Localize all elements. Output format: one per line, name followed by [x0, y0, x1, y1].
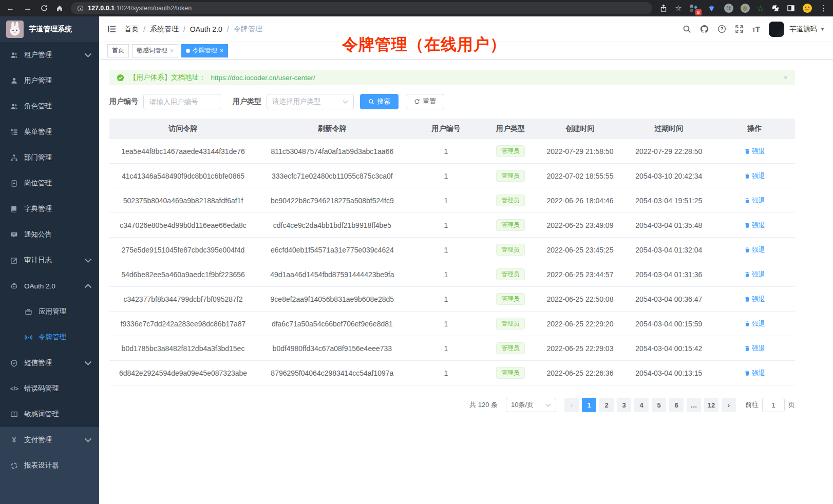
user-id-input[interactable] — [149, 98, 214, 106]
sidebar-item-oauth2[interactable]: OAuth 2.0 — [0, 273, 99, 299]
page-button-4[interactable]: 4 — [634, 398, 649, 412]
doc-alert: 【用户体系】文档地址： https://doc.iocoder.cn/user-… — [109, 70, 795, 85]
reset-button[interactable]: 重置 — [406, 94, 444, 109]
actions-cell: 强退 — [714, 221, 795, 230]
page-button-1[interactable]: 1 — [582, 398, 596, 412]
force-logout-button[interactable]: 强退 — [744, 369, 765, 378]
sidebar-fold-icon[interactable] — [107, 25, 116, 33]
force-logout-button[interactable]: 强退 — [744, 319, 765, 328]
breadcrumb-oauth[interactable]: OAuth 2.0 — [190, 25, 222, 33]
app-logo-rabbit — [6, 21, 24, 38]
sidebar-item-dept[interactable]: 部门管理 — [0, 145, 99, 170]
force-logout-button[interactable]: 强退 — [744, 221, 765, 230]
people-icon — [10, 51, 18, 59]
prev-page-button[interactable]: ‹ — [564, 398, 579, 412]
user-id-cell: 1 — [408, 147, 485, 156]
force-logout-button[interactable]: 强退 — [744, 171, 765, 181]
page-button-5[interactable]: 5 — [652, 398, 666, 412]
sidebar-item-post[interactable]: 岗位管理 — [0, 170, 99, 196]
close-icon[interactable]: × — [220, 48, 223, 54]
sidebar-item-user[interactable]: 用户管理 — [0, 68, 99, 93]
browser-forward-icon[interactable]: → — [23, 4, 33, 13]
browser-menu-icon[interactable]: ⋮ — [820, 4, 828, 13]
sidebar-item-menu[interactable]: 菜单管理 — [0, 119, 99, 145]
fullscreen-icon[interactable] — [735, 25, 744, 33]
bookmark-star-icon[interactable]: ☆ — [675, 4, 681, 13]
force-logout-button[interactable]: 强退 — [744, 245, 765, 255]
tab-home[interactable]: 首页 — [107, 44, 129, 57]
sidebar-item-audit-log[interactable]: 审计日志 — [0, 247, 99, 273]
split-view-icon[interactable] — [787, 4, 795, 12]
sidebar-item-oauth-token[interactable]: 令牌管理 — [0, 324, 99, 350]
page-button-3[interactable]: 3 — [617, 398, 631, 412]
github-icon[interactable] — [700, 25, 709, 33]
user-type-select[interactable]: 请选择用户类型 — [267, 94, 354, 109]
goto-page-input[interactable] — [762, 398, 785, 412]
search-form: 用户编号 用户类型 请选择用户类型 搜索 重置 — [109, 94, 795, 109]
user-menu-caret-icon[interactable]: ▾ — [821, 26, 824, 32]
search-icon[interactable] — [683, 25, 691, 33]
user-id-cell: 1 — [408, 197, 485, 205]
record-extension-icon[interactable] — [741, 4, 750, 13]
force-logout-button[interactable]: 强退 — [744, 147, 765, 156]
user-avatar[interactable] — [769, 22, 784, 37]
site-info-icon[interactable] — [77, 5, 84, 12]
sidebar-item-report-designer[interactable]: 报表设计器 — [0, 453, 99, 478]
page-button-6[interactable]: 6 — [669, 398, 684, 412]
force-logout-button[interactable]: 强退 — [744, 295, 765, 304]
puzzle-extensions-icon[interactable] — [771, 4, 780, 12]
app-logo-row[interactable]: 芋道管理系统 — [0, 16, 99, 42]
browser-refresh-icon[interactable] — [40, 4, 48, 12]
page-size-select[interactable]: 10条/页 — [506, 398, 556, 412]
sidebar-item-sensitive-word[interactable]: 敏感词管理 — [0, 401, 99, 427]
alert-close-icon[interactable]: × — [784, 73, 788, 82]
actions-cell: 强退 — [714, 245, 795, 255]
next-page-button[interactable]: › — [722, 398, 736, 412]
sidebar-item-dict[interactable]: 字典管理 — [0, 196, 99, 222]
table-row: b0d1785bc3a8482f812db4a3f3bd15ec b0df498… — [109, 336, 795, 361]
sidebar-lower-section: ¥ 支付管理 报表设计器 — [0, 427, 99, 504]
sidebar-item-sms[interactable]: 短信管理 — [0, 350, 99, 376]
access-token-cell: c347026e805e4d99b0d116eae66eda8c — [109, 221, 257, 229]
page-ellipsis[interactable]: … — [687, 398, 701, 412]
refresh-token-cell: 9ce8ef2aa9f14056b831ae9b608e28d5 — [257, 295, 408, 303]
create-time-cell: 2022-06-25 22:29:03 — [537, 344, 624, 353]
doc-link[interactable]: https://doc.iocoder.cn/user-center/ — [211, 74, 315, 82]
sidebar-item-tenant[interactable]: 租户管理 — [0, 42, 99, 68]
user-type-cell: 管理员 — [484, 244, 536, 256]
help-icon[interactable] — [717, 25, 726, 33]
breadcrumb-current: 令牌管理 — [234, 25, 262, 34]
username[interactable]: 芋道源码 — [789, 25, 817, 34]
search-button[interactable]: 搜索 — [360, 94, 399, 109]
annotation-title: 令牌管理（在线用户） — [342, 34, 506, 55]
command-extension-icon[interactable]: ⌘ — [724, 4, 733, 13]
close-icon[interactable]: × — [170, 48, 174, 54]
user-id-cell: 1 — [408, 369, 485, 377]
sidebar-item-notice[interactable]: 通知公告 — [0, 222, 99, 247]
sidebar-item-oauth-app[interactable]: 应用管理 — [0, 299, 99, 324]
force-logout-button[interactable]: 强退 — [744, 344, 765, 353]
share-icon[interactable] — [659, 4, 668, 12]
tab-sensitive-word[interactable]: 敏感词管理× — [132, 44, 178, 57]
address-bar[interactable]: 127.0.0.1:1024/system/oauth2/token — [71, 2, 652, 14]
browser-back-icon[interactable]: ← — [5, 4, 15, 13]
profile-avatar-icon[interactable] — [802, 3, 812, 13]
extension-tabs-icon[interactable]: 9 — [689, 3, 699, 13]
breadcrumb-home[interactable]: 首页 — [124, 25, 139, 34]
sidebar-item-pay[interactable]: ¥ 支付管理 — [0, 427, 99, 453]
gem-extension-icon[interactable] — [707, 3, 717, 13]
breadcrumb-system[interactable]: 系统管理 — [150, 25, 179, 34]
sidebar-item-errorcode[interactable]: </> 错误码管理 — [0, 376, 99, 401]
user-type-badge: 管理员 — [496, 268, 525, 281]
trash-icon — [744, 148, 750, 154]
font-size-icon[interactable]: TT — [752, 25, 760, 33]
browser-home-icon[interactable] — [55, 4, 64, 12]
extension-badge: 9 — [695, 9, 702, 15]
page-button-2[interactable]: 2 — [599, 398, 614, 412]
page-button-12[interactable]: 12 — [704, 398, 718, 412]
tab-token[interactable]: 令牌管理× — [181, 44, 228, 57]
sidebar-item-role[interactable]: 角色管理 — [0, 93, 99, 119]
force-logout-button[interactable]: 强退 — [744, 270, 765, 279]
force-logout-button[interactable]: 强退 — [744, 196, 765, 205]
evernote-extension-icon[interactable]: ☆ — [757, 4, 764, 13]
